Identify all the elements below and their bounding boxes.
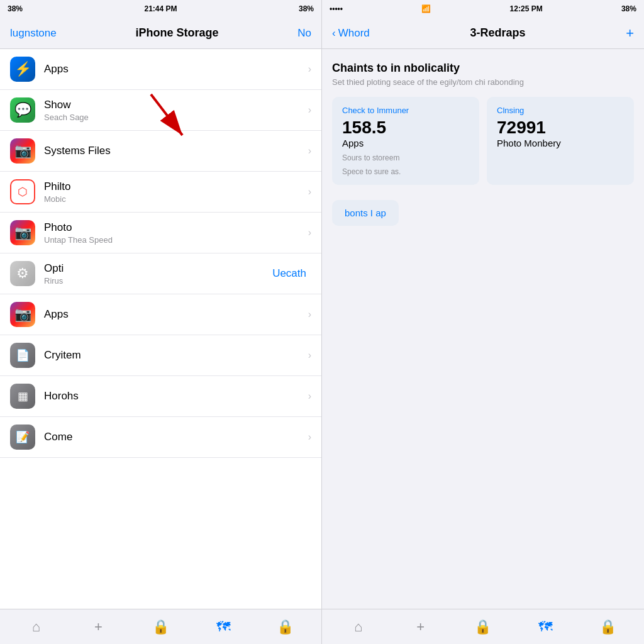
apps2-chevron: ›	[308, 309, 311, 320]
stat2-value: 72991	[497, 119, 546, 136]
right-panel: ••••• 📶 12:25 PM 38% ‹ Whord 3-Redraps +…	[322, 0, 644, 644]
left-back-button[interactable]: lugnstone	[10, 27, 57, 40]
left-lock-button[interactable]: 🔒	[147, 613, 175, 641]
left-panel: 38% 21:44 PM 38% lugnstone iPhone Storag…	[0, 0, 322, 644]
systems-files-chevron: ›	[308, 145, 311, 157]
right-lock2-button[interactable]: 🔒	[594, 613, 621, 641]
photo-title: Photo	[44, 221, 308, 234]
right-status-bar: ••••• 📶 12:25 PM 38%	[322, 0, 644, 18]
philto-subtitle: Mobic	[44, 194, 308, 204]
list-item-apps[interactable]: ⚡ Apps ›	[0, 49, 321, 90]
cryitem-title: Cryitem	[44, 349, 308, 362]
stat1-note1: Sours to storeem	[342, 153, 399, 162]
left-nav-title: iPhone Storage	[135, 26, 218, 40]
apps-chevron: ›	[308, 64, 311, 75]
show-title: Show	[44, 99, 308, 111]
section-title: Chaints to in nbolicality	[332, 62, 634, 75]
systems-files-title: Systems Files	[44, 145, 308, 157]
left-map-button[interactable]: 🗺	[209, 613, 237, 641]
list-item-photo[interactable]: 📷 Photo Untap Thea Speed ›	[0, 213, 321, 253]
right-nav-bar: ‹ Whord 3-Redraps +	[322, 18, 644, 49]
left-status-bar: 38% 21:44 PM 38%	[0, 0, 321, 18]
right-add-button[interactable]: +	[407, 613, 435, 641]
left-list: ⚡ Apps › 💬 Show Seach Sage › 📷 Systems F…	[0, 49, 321, 609]
left-lock2-button[interactable]: 🔒	[272, 613, 299, 641]
cryitem-chevron: ›	[308, 350, 311, 361]
horohs-title: Horohs	[44, 390, 308, 402]
left-signal: 38%	[8, 4, 23, 13]
left-bottom-toolbar: ⌂ + 🔒 🗺 🔒	[0, 609, 321, 644]
list-item-apps2[interactable]: 📷 Apps ›	[0, 294, 321, 335]
show-icon: 💬	[10, 97, 35, 123]
philto-chevron: ›	[308, 186, 311, 197]
left-home-button[interactable]: ⌂	[23, 613, 50, 641]
opti-icon: ⚙	[10, 261, 35, 286]
stat1-note2: Spece to sure as.	[342, 167, 401, 176]
stat-card-1: Check to Immuner 158.5 Apps Sours to sto…	[332, 97, 479, 185]
stat1-unit: Apps	[342, 138, 364, 148]
stats-row: Check to Immuner 158.5 Apps Sours to sto…	[332, 97, 634, 185]
right-dots: •••••	[330, 4, 343, 13]
left-add-button[interactable]: +	[85, 613, 113, 641]
come-icon: 📝	[10, 425, 35, 450]
list-item-come[interactable]: 📝 Come ›	[0, 417, 321, 458]
apps2-title: Apps	[44, 308, 308, 321]
right-battery: 38%	[621, 4, 636, 13]
right-bottom-toolbar: ⌂ + 🔒 🗺 🔒	[322, 609, 644, 644]
show-chevron: ›	[308, 104, 311, 116]
right-content: Chaints to in nbolicality Set thied plot…	[322, 49, 644, 609]
horohs-icon: ▦	[10, 384, 35, 409]
list-item-cryitem[interactable]: 📄 Cryitem ›	[0, 335, 321, 376]
philto-title: Philto	[44, 180, 308, 193]
right-nav-right-button[interactable]: +	[626, 25, 634, 42]
stat2-label: Clnsing	[497, 106, 524, 115]
list-item-show[interactable]: 💬 Show Seach Sage ›	[0, 90, 321, 131]
cryitem-icon: 📄	[10, 343, 35, 368]
back-chevron-icon: ‹	[332, 27, 336, 40]
right-back-button[interactable]: ‹ Whord	[332, 27, 370, 40]
section-subtitle: Set thied ploting seace of the egily/tom…	[332, 77, 634, 87]
stat1-value: 158.5	[342, 119, 386, 136]
left-nav-right-button[interactable]: No	[297, 27, 311, 40]
opti-value: Uecath	[272, 267, 306, 280]
philto-icon: ⬡	[10, 179, 35, 204]
show-subtitle: Seach Sage	[44, 113, 308, 122]
apps-icon: ⚡	[10, 57, 35, 82]
stat1-label: Check to Immuner	[342, 106, 409, 115]
right-lock-button[interactable]: 🔒	[469, 613, 497, 641]
systems-files-icon: 📷	[10, 138, 35, 164]
list-item-opti[interactable]: ⚙ Opti Rirus Uecath	[0, 253, 321, 294]
right-time: 12:25 PM	[510, 4, 543, 13]
left-battery: 38%	[299, 4, 314, 13]
photo-icon: 📷	[10, 220, 35, 245]
opti-subtitle: Rirus	[44, 276, 272, 286]
photo-subtitle: Untap Thea Speed	[44, 235, 308, 245]
opti-title: Opti	[44, 262, 272, 275]
action-button[interactable]: bonts I ap	[332, 200, 399, 226]
come-title: Come	[44, 431, 308, 443]
apps2-icon: 📷	[10, 302, 35, 327]
left-time: 21:44 PM	[144, 4, 177, 13]
left-nav-bar: lugnstone iPhone Storage No	[0, 18, 321, 49]
stat-card-2: Clnsing 72991 Photo Monbery	[487, 97, 634, 185]
come-chevron: ›	[308, 431, 311, 443]
right-home-button[interactable]: ⌂	[345, 613, 372, 641]
right-wifi: 📶	[421, 4, 431, 13]
right-back-label: Whord	[338, 27, 370, 40]
right-map-button[interactable]: 🗺	[531, 613, 559, 641]
list-item-horohs[interactable]: ▦ Horohs ›	[0, 376, 321, 417]
right-nav-title: 3-Redraps	[470, 26, 525, 40]
stat2-unit: Photo Monbery	[497, 138, 561, 148]
photo-chevron: ›	[308, 227, 311, 238]
list-item-systems-files[interactable]: 📷 Systems Files ›	[0, 131, 321, 172]
horohs-chevron: ›	[308, 391, 311, 402]
apps-title: Apps	[44, 63, 308, 75]
list-item-philto[interactable]: ⬡ Philto Mobic ›	[0, 172, 321, 213]
